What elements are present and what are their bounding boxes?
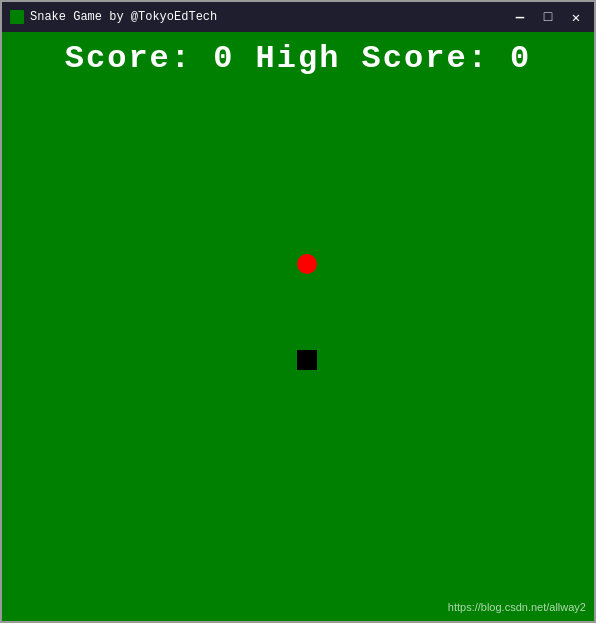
snake-icon	[10, 10, 24, 24]
maximize-button[interactable]: □	[538, 7, 558, 27]
title-bar-left: Snake Game by @TokyoEdTech	[10, 10, 217, 24]
snake-head	[297, 350, 317, 370]
title-bar: Snake Game by @TokyoEdTech — □ ✕	[2, 2, 594, 32]
score-bar: Score: 0 High Score: 0	[2, 32, 594, 85]
title-bar-controls: — □ ✕	[510, 7, 586, 27]
minimize-button[interactable]: —	[510, 7, 530, 27]
close-button[interactable]: ✕	[566, 7, 586, 27]
window-title: Snake Game by @TokyoEdTech	[30, 10, 217, 24]
game-area[interactable]: Score: 0 High Score: 0 https://blog.csdn…	[2, 32, 594, 621]
score-display: Score: 0 High Score: 0	[65, 40, 531, 77]
food-item	[297, 254, 317, 274]
window: Snake Game by @TokyoEdTech — □ ✕ Score: …	[0, 0, 596, 623]
watermark: https://blog.csdn.net/allway2	[448, 601, 586, 613]
